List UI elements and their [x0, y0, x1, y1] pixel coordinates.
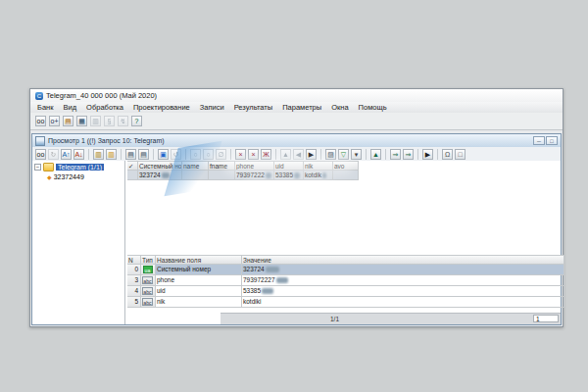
refresh-icon[interactable]: ↻: [48, 149, 59, 160]
filter-icon[interactable]: ▽: [338, 149, 349, 160]
delete-all-icon[interactable]: ×: [248, 149, 259, 160]
field-type-icon: abc: [142, 287, 152, 295]
menu-item-2[interactable]: Обработка: [81, 103, 128, 112]
open-form-icon[interactable]: ▤: [63, 116, 74, 126]
menu-item-3[interactable]: Проектирование: [128, 103, 195, 112]
menu-item-7[interactable]: Окна: [326, 103, 353, 112]
sort-asc-icon[interactable]: A↑: [61, 149, 72, 160]
grid-column-header[interactable]: fname: [209, 161, 235, 171]
tree-record-label[interactable]: 32372449: [54, 173, 84, 180]
toolbar-separator: [366, 149, 367, 160]
app-icon: C: [35, 92, 43, 100]
grid-cell[interactable]: [333, 171, 359, 180]
field-row-number: 0: [127, 265, 141, 275]
menu-item-5[interactable]: Результаты: [229, 103, 278, 112]
help-icon[interactable]: ?: [131, 116, 142, 126]
grid-cell[interactable]: 323724: [138, 171, 182, 180]
tree-root-label[interactable]: Telegram (1/1): [56, 164, 104, 171]
nav-up-icon[interactable]: ▲: [280, 149, 291, 160]
find-icon[interactable]: oo: [35, 116, 46, 126]
query-icon[interactable]: §: [104, 116, 115, 126]
field-row-number: 4: [127, 286, 141, 297]
save-icon[interactable]: ▣: [158, 149, 169, 160]
field-name-cell[interactable]: phone: [156, 275, 242, 286]
fields-column-header[interactable]: Название поля: [156, 255, 242, 265]
maximize-button[interactable]: □: [546, 136, 558, 145]
grid-column-header[interactable]: nik: [304, 161, 333, 171]
merge-icon[interactable]: Ж: [261, 149, 271, 160]
menu-item-8[interactable]: Помощь: [354, 103, 392, 112]
export-icon[interactable]: ⇒: [390, 149, 401, 160]
go-last-icon[interactable]: ▶: [422, 149, 433, 160]
status-bar: 1/1 1: [220, 313, 561, 324]
menu-item-0[interactable]: Банк: [32, 103, 59, 112]
grid-column-header[interactable]: avo: [333, 161, 359, 171]
menu-item-6[interactable]: Параметры: [277, 103, 326, 112]
lock-icon[interactable]: Ω: [442, 149, 453, 160]
clear-icon[interactable]: ∅: [216, 149, 226, 160]
table-view-icon[interactable]: ▦: [76, 116, 87, 126]
grid-cell[interactable]: [209, 171, 235, 180]
tree-expander-icon[interactable]: −: [34, 164, 41, 171]
form-icon[interactable]: ▨: [325, 149, 336, 160]
notebook-add-icon[interactable]: ▥: [106, 149, 117, 160]
toolbar-separator: [121, 149, 122, 160]
grid-cell[interactable]: kotdik: [304, 171, 333, 180]
nav-next-icon[interactable]: ▶: [306, 149, 317, 160]
grid-column-header[interactable]: phone: [235, 161, 274, 171]
field-name-cell[interactable]: uid: [156, 286, 242, 297]
menu-item-1[interactable]: Вид: [59, 103, 82, 112]
print-setup-icon[interactable]: ▤: [138, 149, 149, 160]
field-value-cell[interactable]: 793972227: [242, 275, 564, 286]
grid-column-header[interactable]: Системный номер: [138, 161, 182, 171]
toolbar-separator: [275, 149, 276, 160]
field-type-cell: abc: [141, 275, 156, 286]
export-all-icon[interactable]: ⇒: [403, 149, 414, 160]
redacted-value: [322, 172, 326, 178]
toolbar-separator: [320, 149, 321, 160]
tree-levels-icon[interactable]: ▲: [370, 149, 381, 160]
grid-cell[interactable]: 79397222: [235, 171, 274, 180]
execute-icon[interactable]: ↯: [118, 116, 128, 126]
record-pager: 1/1: [330, 316, 339, 322]
grid-column-header[interactable]: uid: [274, 161, 304, 171]
undo-icon[interactable]: ↺: [171, 149, 181, 160]
filter-menu-icon[interactable]: ▾: [351, 149, 362, 160]
grid-cell[interactable]: 53385: [274, 171, 304, 180]
tree-root[interactable]: − Telegram (1/1): [32, 162, 124, 172]
grid-cell[interactable]: [182, 171, 209, 180]
window-title: Telegram_40 000 000 (Май 2020): [46, 91, 157, 100]
find-icon[interactable]: oo: [35, 149, 46, 160]
toolbar-separator: [437, 149, 438, 160]
grid-column-header[interactable]: name: [182, 161, 209, 171]
tree-record-node[interactable]: ◆ 32372449: [32, 172, 124, 181]
find-person-icon[interactable]: o+: [49, 116, 60, 126]
levels-icon[interactable]: ▥: [90, 116, 101, 126]
redacted-value: [162, 172, 170, 178]
field-value-cell[interactable]: kotdiki: [242, 297, 564, 308]
field-value-cell[interactable]: 323724: [242, 265, 564, 275]
minimize-button[interactable]: ─: [533, 136, 545, 145]
toolbar-separator: [185, 149, 186, 160]
fields-column-header[interactable]: Значение: [242, 255, 564, 265]
redacted-value: [262, 288, 273, 294]
fields-column-header[interactable]: N: [127, 255, 141, 265]
nav-prev-icon[interactable]: ◀: [293, 149, 304, 160]
delete-record-icon[interactable]: ×: [235, 149, 246, 160]
record-bullet-icon: ◆: [47, 173, 52, 180]
print-icon[interactable]: ▤: [125, 149, 136, 160]
sort-desc-icon[interactable]: A↓: [74, 149, 84, 160]
field-value-cell[interactable]: 53385: [242, 286, 564, 297]
field-name-cell[interactable]: Системный номер: [156, 265, 242, 275]
field-name-cell[interactable]: nik: [156, 297, 242, 308]
fields-column-header[interactable]: Тип: [141, 255, 156, 265]
zoom-icon[interactable]: ○: [203, 149, 214, 160]
menu-item-4[interactable]: Записи: [195, 103, 229, 112]
grid-marker-cell: [127, 171, 138, 180]
record-counter: 1: [533, 315, 559, 322]
preview-icon[interactable]: ○: [190, 149, 201, 160]
field-type-cell: uа: [141, 265, 156, 275]
report-icon[interactable]: □: [455, 149, 466, 160]
field-type-icon: abc: [142, 298, 152, 306]
notebook-icon[interactable]: ▥: [93, 149, 104, 160]
